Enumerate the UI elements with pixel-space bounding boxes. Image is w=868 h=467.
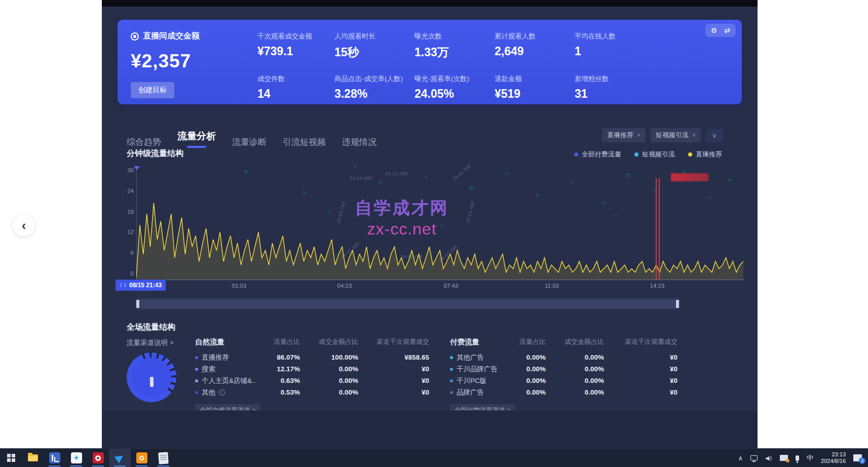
microphone-icon[interactable] <box>796 455 799 461</box>
remove-tag-icon[interactable]: × <box>637 132 640 139</box>
traffic-donut-chart[interactable] <box>127 353 176 402</box>
window-top-bar <box>102 0 758 7</box>
drag-handle-icon: ⋮⋮ <box>119 283 127 288</box>
info-icon[interactable] <box>219 390 225 396</box>
minute-traffic-chart: 0 6 12 18 24 30 自学成才网 zx-cc.net <box>116 166 744 284</box>
notepad-icon <box>158 452 169 464</box>
chart-cursor-line <box>659 178 660 280</box>
table-row[interactable]: 其他广告 0.00% 0.00% ¥0 <box>450 352 677 363</box>
hero-value: ¥2,357 <box>131 51 200 72</box>
line-plot[interactable] <box>136 170 743 280</box>
taskbar-file-explorer[interactable] <box>22 449 44 467</box>
timeline-brush[interactable] <box>135 298 680 310</box>
filter-dropdown-caret-icon[interactable]: ∨ <box>706 129 723 142</box>
metric-value: 24.05% <box>414 87 495 101</box>
notification-center-icon[interactable]: 3 <box>853 454 862 461</box>
series-dot-icon <box>195 356 198 359</box>
taskbar-app-browser[interactable] <box>109 449 131 467</box>
tray-expand-icon[interactable]: ∧ <box>738 454 743 462</box>
taskbar-app-orange[interactable] <box>131 449 153 467</box>
metric-value: 2,649 <box>495 45 575 58</box>
metric-value: 31 <box>575 87 651 101</box>
hero-metrics: 千次观看成交金额¥739.1 人均观看时长15秒 曝光次数1.33万 累计观看人… <box>257 32 651 101</box>
metric-label: 成交件数 <box>257 74 334 84</box>
tab-short-video[interactable]: 引流短视频 <box>283 136 326 148</box>
filter-tags: 直播推荐 × 短视频引流 × ∨ <box>602 128 723 142</box>
metric-value: 1 <box>575 45 651 58</box>
taskbar-app-teal[interactable]: + <box>65 449 87 467</box>
display-capture-icon[interactable] <box>780 455 788 461</box>
metric-value: ¥739.1 <box>257 45 334 58</box>
table-row[interactable]: 个人主页&店铺&.. 0.63% 0.00% ¥0 <box>195 375 429 386</box>
plus-app-icon: + <box>71 452 82 463</box>
chart-cursor-line <box>656 178 657 280</box>
taskbar-app-red[interactable] <box>87 449 109 467</box>
natural-traffic-table: 自然流量 流量占比 成交金额占比 渠道千次观看成交 直播推荐 86.07% 10… <box>195 335 429 417</box>
remove-tag-icon[interactable]: × <box>692 132 696 139</box>
table-row[interactable]: 千川PC版 0.00% 0.00% ¥0 <box>450 375 677 386</box>
alert-badge[interactable] <box>671 173 708 181</box>
series-dot-icon <box>450 391 453 394</box>
overall-section-title: 全场流量结构 <box>127 322 175 333</box>
series-dot-icon <box>195 379 198 382</box>
pointer-app-icon <box>115 452 125 463</box>
target-icon <box>131 32 139 41</box>
metric-label: 退款金额 <box>495 74 575 84</box>
metric-label: 平均在线人数 <box>575 32 651 41</box>
brush-handle-left[interactable] <box>136 300 139 308</box>
tab-bar: 综合趋势 流量分析 流量诊断 引流短视频 违规情况 <box>127 130 376 148</box>
table-row[interactable]: 直播推荐 86.07% 100.00% ¥858.65 <box>195 352 429 363</box>
back-button[interactable]: ‹ <box>13 214 35 237</box>
windows-taskbar: + ∧ ◀) 中 23:13 2024/8/16 3 <box>0 448 868 467</box>
legend-dot-icon <box>634 152 638 157</box>
filter-tag-live-recommend[interactable]: 直播推荐 × <box>602 128 646 142</box>
filter-tag-short-video[interactable]: 短视频引流 × <box>651 128 701 142</box>
metric-label: 累计观看人数 <box>495 32 575 41</box>
tab-traffic-analysis[interactable]: 流量分析 <box>177 130 216 148</box>
orange-app-icon <box>136 452 147 463</box>
metric-label: 曝光次数 <box>414 32 495 41</box>
taskbar-app-notepad[interactable] <box>153 449 174 467</box>
channel-info-link[interactable]: 流量渠道说明 > <box>127 338 174 347</box>
series-dot-icon <box>450 356 453 359</box>
axis-pin-icon <box>134 166 140 170</box>
hero-toolbar: ⚙ ⇄ <box>705 24 736 37</box>
start-button[interactable] <box>0 449 22 467</box>
tab-traffic-diagnosis[interactable]: 流量诊断 <box>232 136 267 148</box>
create-goal-button[interactable]: 创建目标 <box>131 82 174 98</box>
tab-overall-trend[interactable]: 综合趋势 <box>127 136 161 148</box>
time-range-chip[interactable]: ⋮⋮ 08/15 21:43 <box>116 280 166 291</box>
brush-selected-range[interactable] <box>140 299 675 308</box>
series-dot-icon <box>195 391 198 394</box>
table-row[interactable]: 千川品牌广告 0.00% 0.00% ¥0 <box>450 363 677 375</box>
network-icon[interactable] <box>750 455 758 460</box>
x-axis-line <box>116 280 744 280</box>
tab-violations[interactable]: 违规情况 <box>342 136 376 148</box>
legend-short-video[interactable]: 短视频引流 <box>634 150 675 159</box>
legend-dot-icon <box>574 152 578 157</box>
paid-traffic-table: 付费流量 流量占比 成交金额占比 渠道千次观看成交 其他广告 0.00% 0.0… <box>450 335 677 417</box>
volume-icon[interactable]: ◀) <box>765 455 772 461</box>
swap-metrics-icon[interactable]: ⇄ <box>724 26 730 34</box>
paid-table-title: 付费流量 <box>450 337 509 347</box>
col-header-share: 流量占比 <box>509 337 546 346</box>
dashboard: 直播间成交金额 ¥2,357 创建目标 千次观看成交金额¥739.1 人均观看时… <box>102 0 758 448</box>
col-header-share: 流量占比 <box>262 337 300 346</box>
table-row[interactable]: 其他 0.53% 0.00% ¥0 <box>195 386 429 398</box>
ime-indicator[interactable]: 中 <box>807 453 813 462</box>
taskbar-app-blue[interactable] <box>44 449 65 467</box>
legend-all-paid[interactable]: 全部付费流量 <box>574 150 621 159</box>
taskbar-clock[interactable]: 23:13 2024/8/16 <box>821 451 846 464</box>
brush-handle-right[interactable] <box>676 300 679 308</box>
screen: ‹ 直播间成交金额 ¥2,357 创建目标 千次观看成交金额¥739.1 人均观… <box>0 0 868 467</box>
metric-label: 商品点击-成交率(人数) <box>334 74 414 84</box>
bottom-strip <box>102 410 758 448</box>
hero-card: 直播间成交金额 ¥2,357 创建目标 千次观看成交金额¥739.1 人均观看时… <box>118 20 742 104</box>
table-row[interactable]: 品牌广告 0.00% 0.00% ¥0 <box>450 386 677 398</box>
settings-gear-icon[interactable]: ⚙ <box>711 26 718 34</box>
legend-live-recommend[interactable]: 直播推荐 <box>688 150 722 159</box>
table-row[interactable]: 搜索 12.17% 0.00% ¥0 <box>195 363 429 375</box>
donut-label-mark <box>150 377 154 387</box>
col-header-gpm: 渠道千次观看成交 <box>358 337 429 346</box>
metric-value: ¥519 <box>495 87 575 101</box>
